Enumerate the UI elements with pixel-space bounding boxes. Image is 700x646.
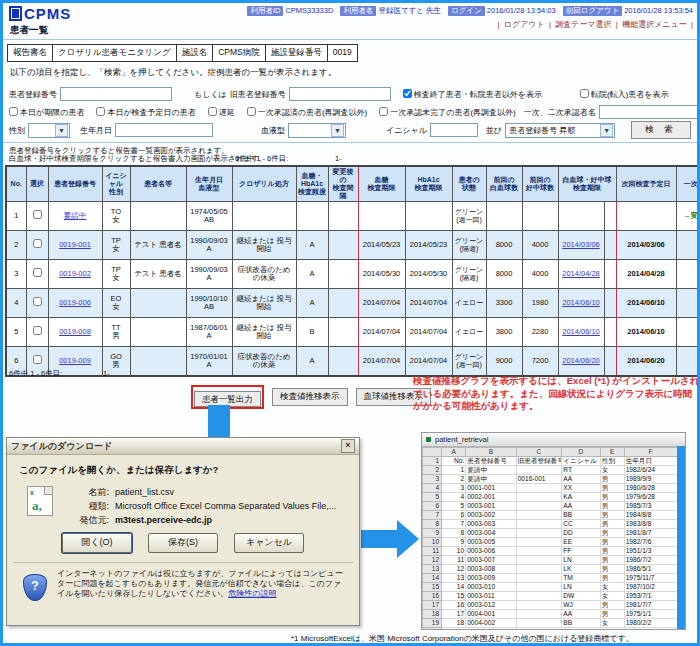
next-exam-date-cell: [616, 202, 676, 231]
excel-cell: 12: [442, 565, 466, 574]
facility-no-value: 0019: [327, 44, 358, 62]
excel-row-number: 3: [423, 475, 442, 484]
function-menu-link[interactable]: 機能選択メニュー: [622, 20, 687, 29]
save-button[interactable]: 保存(S): [148, 533, 218, 553]
close-icon[interactable]: ×: [341, 439, 355, 453]
chevron-down-icon: ▼: [55, 124, 68, 137]
excel-row-number: 8: [423, 520, 442, 529]
patient-no-input[interactable]: [60, 87, 172, 101]
sort-select[interactable]: 患者登録番号 昇順▼: [505, 123, 615, 138]
initial-gender-cell: TP 女: [102, 260, 130, 289]
excel-scrollbar[interactable]: [677, 446, 685, 629]
initial-gender-cell: EO 女: [102, 289, 130, 318]
birth-blood-cell: 1990/09/03 A: [186, 260, 232, 289]
csv-file-icon: xa,: [27, 486, 53, 516]
open-button[interactable]: 開く(O): [62, 533, 132, 553]
logout-link[interactable]: ログアウト: [504, 20, 545, 29]
blood-select[interactable]: ▼: [288, 123, 346, 138]
row-select-cell: [26, 260, 48, 289]
excel-cell: 11: [442, 556, 466, 565]
wbc-due-link[interactable]: 2014/04/28: [562, 269, 600, 278]
patient-no-link[interactable]: 0019-001: [59, 240, 91, 249]
excel-cell: 1980/6/28: [624, 484, 677, 493]
dialog-title-bar[interactable]: ファイルのダウンロード ×: [7, 438, 359, 455]
patient-table-body: 1要請中TO 女1974/05/05 ABグリーン(週一回)→変20019-00…: [6, 202, 697, 377]
excel-cell: [516, 574, 562, 583]
excel-row: 18170004-001AA男1975/1/1Aグリーン(: [423, 610, 687, 619]
wbc-due-link[interactable]: 2014/06/10: [562, 298, 600, 307]
patient-no-link: 要請中: [48, 202, 102, 231]
excel-row-number: 7: [423, 511, 442, 520]
excel-cell: 男: [600, 565, 624, 574]
survey-theme-link[interactable]: 調査テーマ選択: [555, 20, 611, 29]
old-patient-no-input[interactable]: [289, 87, 391, 101]
wbc-due-link[interactable]: 2014/06/20: [562, 356, 600, 365]
unapproved-checkbox[interactable]: [379, 107, 388, 116]
patient-no-link[interactable]: 0019-009: [59, 356, 91, 365]
patient-name-cell: [130, 347, 186, 377]
user-id-label: 利用者ID: [247, 6, 283, 16]
approver-input[interactable]: [599, 105, 700, 119]
excel-row-number: 1: [423, 457, 442, 466]
unapproved-label: 一次承認未完了の患者(再調査以外): [390, 108, 516, 117]
patient-no-link[interactable]: 要請中: [64, 211, 87, 220]
patient-no-link[interactable]: 0019-006: [59, 298, 91, 307]
risk-info-link[interactable]: 危険性の説明: [228, 589, 276, 598]
birth-input[interactable]: [115, 123, 213, 137]
excel-cell: 0003-001: [466, 502, 516, 511]
dialog-title: ファイルのダウンロード: [11, 440, 112, 453]
lab-trend-button[interactable]: 検査値推移表示: [272, 388, 348, 406]
exclude-finished-checkbox[interactable]: [403, 89, 412, 98]
excel-cell: 4: [442, 493, 466, 502]
search-divider: [3, 142, 697, 143]
due-today-checkbox[interactable]: [9, 107, 18, 116]
hba1c-due-cell: 2014/07/04: [405, 318, 452, 347]
excel-cell: 性別: [600, 457, 624, 466]
login-time: 2016/01/28 13:54:03: [487, 6, 556, 15]
report-name-value: クロザリル患者モニタリング: [52, 44, 177, 62]
excel-row-number: 19: [423, 619, 442, 628]
glucose-due-cell: 2014/05/23: [358, 231, 405, 260]
user-info-bar: 利用者IDCPMS33333D 利用者名登録医てすと 先生 ログイン2016/0…: [242, 6, 693, 16]
test-frequency-cell: [296, 202, 328, 231]
patient-name-cell: [130, 289, 186, 318]
row-select-checkbox[interactable]: [33, 326, 42, 335]
excel-cell: [516, 565, 562, 574]
excel-row-number: 15: [423, 583, 442, 592]
excel-cell: 女: [600, 619, 624, 628]
excel-cell: 17: [442, 610, 466, 619]
delay-label: 遅延: [219, 108, 235, 117]
approved-checkbox[interactable]: [247, 107, 256, 116]
excel-cell: LN: [562, 556, 600, 565]
initial-gender-cell: TP 女: [102, 231, 130, 260]
wbc-due-link[interactable]: 2014/06/10: [562, 327, 600, 336]
excel-cell: [516, 538, 562, 547]
dialog-question: このファイルを開くか、または保存しますか?: [19, 464, 218, 477]
test-frequency-cell: A: [296, 231, 328, 260]
excel-cell: [516, 556, 562, 565]
row-select-checkbox[interactable]: [33, 355, 42, 364]
row-select-checkbox[interactable]: [33, 210, 42, 219]
excel-cell: WJ: [562, 601, 600, 610]
excel-row: 19180004-002BB女1980/2/2Bグリーン(: [423, 619, 687, 628]
cancel-button[interactable]: キャンセル: [234, 533, 304, 553]
row-select-checkbox[interactable]: [33, 268, 42, 277]
initial-input[interactable]: [430, 123, 478, 137]
first-approval-cell: →変: [676, 202, 697, 231]
excel-cell: 1975/1/1: [624, 610, 677, 619]
right-arrow-icon: [361, 530, 399, 548]
wbc-due-link[interactable]: 2014/03/06: [562, 240, 600, 249]
excel-cell: 1982/6/24: [624, 466, 677, 475]
delay-checkbox[interactable]: [208, 107, 217, 116]
excel-cell: 0003-008: [466, 565, 516, 574]
search-button[interactable]: 検 索: [631, 121, 691, 139]
transfer-checkbox[interactable]: [580, 89, 589, 98]
patient-no-link[interactable]: 0019-002: [59, 269, 91, 278]
excel-row-number: 6: [423, 502, 442, 511]
patient-no-link[interactable]: 0019-008: [59, 327, 91, 336]
exam-today-checkbox[interactable]: [96, 107, 105, 116]
row-select-checkbox[interactable]: [33, 297, 42, 306]
row-select-checkbox[interactable]: [33, 239, 42, 248]
test-frequency-cell: A: [296, 289, 328, 318]
gender-select[interactable]: ▼: [28, 123, 70, 138]
